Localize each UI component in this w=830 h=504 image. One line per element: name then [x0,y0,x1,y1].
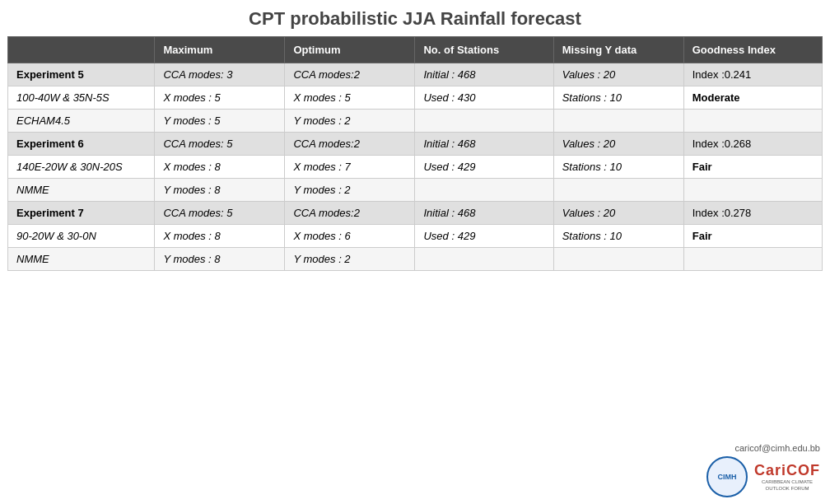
table-cell [415,248,553,271]
table-cell: Initial : 468 [415,63,553,86]
table-cell: Initial : 468 [415,202,553,225]
table-row: Experiment 5CCA modes: 3CCA modes:2Initi… [8,63,823,86]
footer-area: caricof@cimh.edu.bb CIMH CariCOF CARIBBE… [706,443,820,497]
main-table: Maximum Optimum No. of Stations Missing … [7,36,823,271]
table-cell [683,110,822,133]
table-cell: X modes : 5 [155,86,285,110]
table-cell: Y modes : 5 [155,110,285,133]
table-cell: Used : 429 [415,225,553,248]
page-title: CPT probabilistic JJA Rainfall forecast [249,8,581,30]
table-cell: Fair [683,225,822,248]
table-cell: Index :0.268 [683,133,822,156]
table-row: 100-40W & 35N-5SX modes : 5X modes : 5Us… [8,86,823,110]
caricof-logo: CariCOF CARIBBEAN CLIMATE OUTLOOK FORUM [754,462,820,491]
table-cell: 140E-20W & 30N-20S [8,156,155,179]
table-cell: X modes : 6 [285,225,415,248]
table-cell: ECHAM4.5 [8,110,155,133]
table-cell: Fair [683,156,822,179]
table-cell: 100-40W & 35N-5S [8,86,155,110]
table-cell: X modes : 8 [155,225,285,248]
table-cell: Y modes : 2 [285,110,415,133]
table-row: Experiment 6CCA modes: 5CCA modes:2Initi… [8,133,823,156]
table-row: Experiment 7CCA modes: 5CCA modes:2Initi… [8,202,823,225]
table-cell: NMME [8,248,155,271]
table-cell: NMME [8,179,155,202]
table-cell: Index :0.241 [683,63,822,86]
table-header: Maximum Optimum No. of Stations Missing … [8,37,823,63]
table-row: NMMEY modes : 8Y modes : 2 [8,179,823,202]
table-row: NMMEY modes : 8Y modes : 2 [8,248,823,271]
table-cell [553,110,683,133]
table-cell: CCA modes: 3 [155,63,285,86]
table-cell: Values : 20 [553,202,683,225]
table-cell: Y modes : 8 [155,179,285,202]
col-header-3: No. of Stations [415,37,553,63]
table-cell: Values : 20 [553,133,683,156]
table-cell: Experiment 6 [8,133,155,156]
table-cell: Y modes : 2 [285,248,415,271]
table-cell: Stations : 10 [553,86,683,110]
col-header-2: Optimum [285,37,415,63]
table-cell [683,248,822,271]
table-cell: 90-20W & 30-0N [8,225,155,248]
table-cell [415,110,553,133]
table-cell: Y modes : 2 [285,179,415,202]
table-cell: CCA modes: 5 [155,202,285,225]
table-cell: CCA modes:2 [285,133,415,156]
col-header-4: Missing Y data [553,37,683,63]
table-row: ECHAM4.5Y modes : 5Y modes : 2 [8,110,823,133]
table-cell: X modes : 7 [285,156,415,179]
table-cell: Stations : 10 [553,225,683,248]
table-cell: Moderate [683,86,822,110]
page-container: CPT probabilistic JJA Rainfall forecast … [0,0,830,504]
table-cell: X modes : 8 [155,156,285,179]
cimh-logo: CIMH [706,456,748,497]
col-header-0 [8,37,155,63]
table-cell: Y modes : 8 [155,248,285,271]
table-cell: Initial : 468 [415,133,553,156]
table-row: 140E-20W & 30N-20SX modes : 8X modes : 7… [8,156,823,179]
table-cell [415,179,553,202]
table-cell: Index :0.278 [683,202,822,225]
table-cell: Used : 429 [415,156,553,179]
table-cell [683,179,822,202]
table-cell: CCA modes: 5 [155,133,285,156]
col-header-1: Maximum [155,37,285,63]
table-cell: CCA modes:2 [285,202,415,225]
table-cell: Stations : 10 [553,156,683,179]
footer-email: caricof@cimh.edu.bb [735,443,821,453]
table-cell: Values : 20 [553,63,683,86]
table-body: Experiment 5CCA modes: 3CCA modes:2Initi… [8,63,823,271]
col-header-5: Goodness Index [683,37,822,63]
table-row: 90-20W & 30-0NX modes : 8X modes : 6Used… [8,225,823,248]
table-cell: Experiment 7 [8,202,155,225]
table-cell [553,248,683,271]
table-cell: Used : 430 [415,86,553,110]
table-cell: CCA modes:2 [285,63,415,86]
table-cell: X modes : 5 [285,86,415,110]
table-cell [553,179,683,202]
logo-area: CIMH CariCOF CARIBBEAN CLIMATE OUTLOOK F… [706,456,820,497]
table-cell: Experiment 5 [8,63,155,86]
